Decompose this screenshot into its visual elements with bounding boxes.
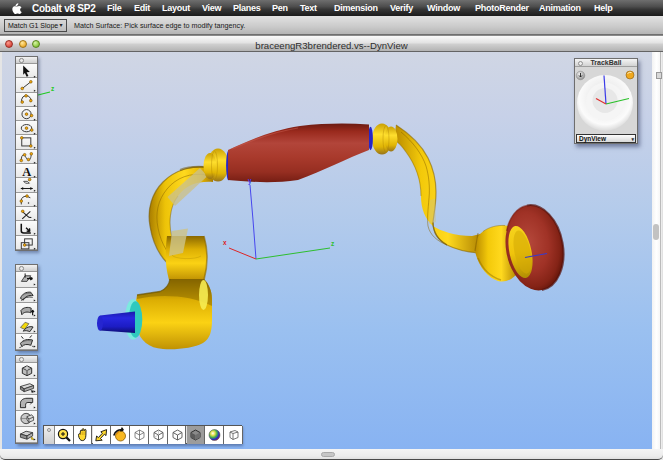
svg-text:z: z: [51, 85, 55, 92]
svg-text:z: z: [331, 240, 335, 247]
svg-text:x: x: [223, 239, 227, 246]
svg-text:y: y: [248, 177, 252, 185]
svg-text:A: A: [22, 165, 31, 178]
